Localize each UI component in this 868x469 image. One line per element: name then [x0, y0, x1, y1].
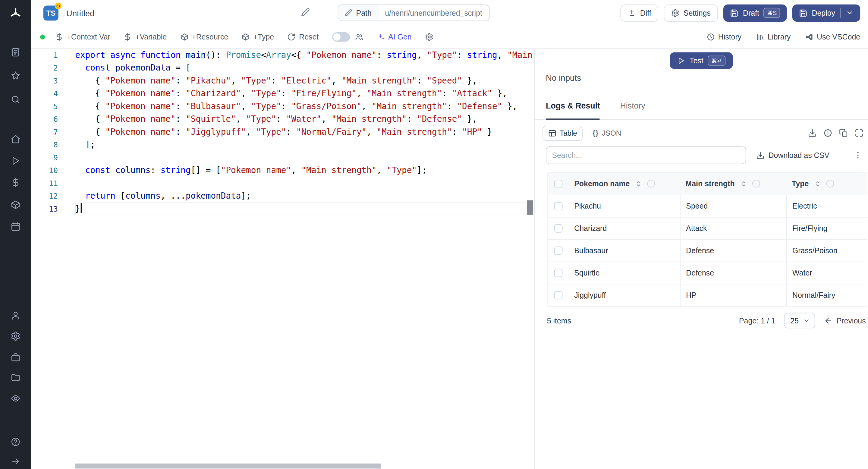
table-cell: Pikachu [569, 195, 680, 217]
sort-icon[interactable] [814, 180, 821, 187]
add-variable-button[interactable]: +Variable [124, 33, 167, 41]
row-checkbox[interactable] [554, 247, 562, 255]
sort-icon[interactable] [740, 180, 747, 187]
code-line[interactable] [75, 151, 526, 164]
code-line[interactable] [75, 177, 526, 190]
tab-logs-result[interactable]: Logs & Result [546, 101, 600, 119]
filter-circle-icon[interactable] [752, 180, 760, 187]
copy-result-button[interactable] [839, 128, 848, 137]
search-input[interactable] [546, 147, 746, 164]
row-checkbox[interactable] [554, 291, 562, 300]
sidebar-expand-button[interactable] [7, 453, 24, 469]
code-line[interactable]: { "Pokemon name": "Squirtle", "Type": "W… [75, 113, 526, 126]
add-resource-button[interactable]: +Resource [180, 33, 228, 41]
sidebar-item-workers[interactable] [7, 349, 24, 366]
download-csv-button[interactable]: Download as CSV [756, 151, 830, 159]
select-all-checkbox[interactable] [554, 179, 562, 188]
sidebar-item-variables[interactable] [7, 174, 24, 191]
code-line[interactable]: export async function main(): Promise<Ar… [75, 49, 526, 61]
table-menu-button[interactable] [854, 151, 863, 160]
add-context-var-button[interactable]: +Context Var [55, 33, 110, 41]
reset-button[interactable]: Reset [287, 33, 318, 41]
history-button[interactable]: History [707, 33, 741, 41]
line-number[interactable]: 2 [31, 62, 65, 74]
editor-code-area[interactable]: export async function main(): Promise<Ar… [75, 49, 526, 469]
result-info-button[interactable] [824, 128, 832, 137]
column-header-main-strength[interactable]: Main strength [680, 179, 786, 188]
sidebar-item-audit-logs[interactable] [7, 390, 24, 407]
line-number[interactable]: 13 [31, 202, 65, 215]
line-number[interactable]: 5 [31, 100, 65, 113]
line-number[interactable]: 4 [31, 87, 65, 100]
horizontal-scrollbar[interactable] [75, 464, 381, 469]
line-number[interactable]: 3 [31, 74, 65, 87]
filter-circle-icon[interactable] [647, 180, 655, 187]
sidebar-item-search[interactable] [7, 91, 24, 108]
download-result-button[interactable] [808, 128, 817, 137]
sidebar-item-help[interactable] [7, 433, 24, 450]
sidebar-item-schedules[interactable] [7, 218, 24, 235]
line-number[interactable]: 8 [31, 139, 65, 151]
ai-gen-button[interactable]: AI Gen [376, 33, 411, 41]
code-line[interactable]: { "Pokemon name": "Pikachu", "Type": "El… [75, 74, 526, 87]
line-number[interactable]: 11 [31, 177, 65, 190]
code-line[interactable]: { "Pokemon name": "Charizard", "Type": "… [75, 87, 526, 100]
sidebar-item-runs[interactable] [7, 153, 24, 169]
previous-page-button[interactable]: Previous [824, 316, 866, 325]
code-line[interactable]: } [75, 202, 526, 215]
table-row[interactable]: SquirtleDefenseWater [548, 262, 868, 285]
sidebar-item-keypad[interactable] [7, 44, 24, 61]
windmill-logo[interactable] [7, 5, 24, 22]
sidebar-item-folders[interactable] [7, 369, 24, 385]
filter-circle-icon[interactable] [826, 180, 834, 187]
row-checkbox[interactable] [554, 224, 562, 233]
sort-icon[interactable] [635, 180, 642, 187]
table-row[interactable]: CharizardAttackFire/Flying [548, 218, 868, 240]
line-number[interactable]: 9 [31, 151, 65, 164]
code-line[interactable]: { "Pokemon name": "Jigglypuff", "Type": … [75, 126, 526, 138]
code-editor[interactable]: 12345678910111213 export async function … [31, 49, 534, 469]
line-number[interactable]: 1 [31, 49, 65, 61]
use-vscode-button[interactable]: Use VSCode [805, 33, 860, 41]
diff-button[interactable]: Diff [621, 4, 658, 22]
column-header-type[interactable]: Type [786, 179, 868, 188]
sidebar-item-settings[interactable] [7, 327, 24, 344]
line-number[interactable]: 10 [31, 164, 65, 177]
line-number[interactable]: 12 [31, 190, 65, 202]
tab-history[interactable]: History [620, 101, 645, 119]
draft-button[interactable]: Draft ⌘S [723, 4, 786, 22]
add-type-button[interactable]: +Type [242, 33, 274, 41]
sidebar-item-favorites[interactable] [7, 67, 24, 84]
deploy-button[interactable]: Deploy [792, 4, 860, 22]
sidebar-item-home[interactable] [7, 131, 24, 147]
script-path-field[interactable]: Path u/henri/unencumbered_script [338, 4, 490, 21]
expand-result-button[interactable] [855, 128, 864, 137]
test-button[interactable]: Test ⌘↵ [670, 53, 733, 69]
multiplayer-toggle[interactable] [332, 32, 350, 41]
editor-settings-button[interactable] [425, 33, 433, 41]
row-checkbox[interactable] [554, 202, 562, 210]
table-row[interactable]: JigglypuffHPNormal/Fairy [548, 284, 868, 307]
line-number[interactable]: 6 [31, 113, 65, 126]
json-view-button[interactable]: {} JSON [587, 125, 627, 140]
code-line[interactable]: const columns: string[] = ["Pokemon name… [75, 164, 526, 177]
edit-summary-button[interactable] [301, 8, 310, 19]
library-button[interactable]: Library [756, 33, 790, 41]
code-line[interactable]: ]; [75, 139, 526, 151]
code-line[interactable]: return [columns, ...pokemonData]; [75, 190, 526, 202]
refresh-icon [287, 33, 296, 41]
row-checkbox[interactable] [554, 269, 562, 277]
table-view-button[interactable]: Table [542, 125, 583, 140]
column-header-pokemon-name[interactable]: Pokemon name [569, 179, 680, 188]
chevron-down-icon[interactable] [846, 9, 854, 17]
table-row[interactable]: PikachuSpeedElectric [548, 195, 868, 218]
line-number[interactable]: 7 [31, 126, 65, 138]
sidebar-item-resources[interactable] [7, 196, 24, 213]
code-line[interactable]: { "Pokemon name": "Bulbasaur", "Type": "… [75, 100, 526, 113]
settings-button[interactable]: Settings [664, 4, 718, 22]
sidebar-item-users[interactable] [7, 307, 24, 324]
page-size-select[interactable]: 25 [784, 313, 815, 329]
table-row[interactable]: BulbasaurDefenseGrass/Poison [548, 240, 868, 262]
chevron-down-icon [803, 317, 810, 324]
code-line[interactable]: const pokemonData = [ [75, 62, 526, 74]
